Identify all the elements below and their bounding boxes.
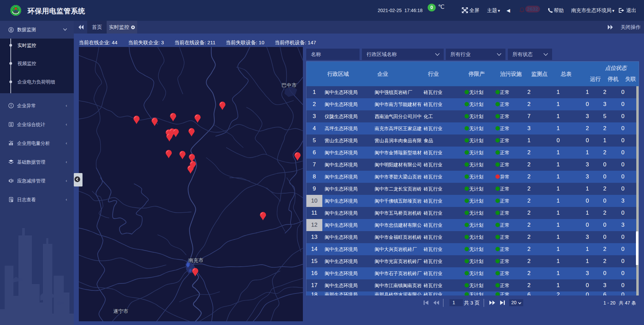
svg-text:遂宁市: 遂宁市 bbox=[113, 308, 128, 314]
svg-text:南充市: 南充市 bbox=[189, 257, 204, 263]
svg-text:巴中市: 巴中市 bbox=[282, 82, 297, 88]
